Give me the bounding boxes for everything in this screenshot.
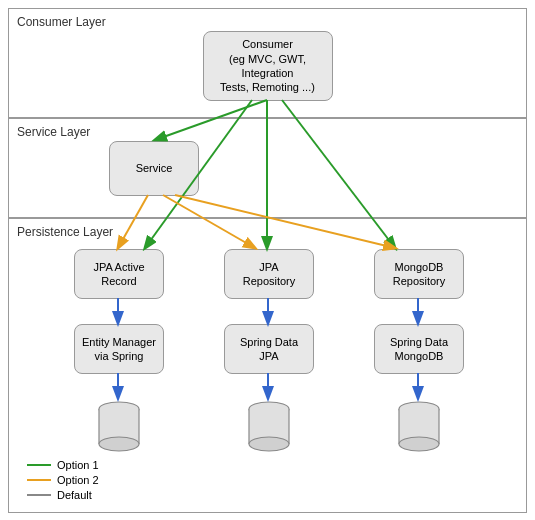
- db-cylinder-2: [244, 399, 294, 454]
- service-layer: Service Layer Service: [8, 118, 527, 218]
- db-cylinder-1: [94, 399, 144, 454]
- diagram: Consumer Layer Consumer(eg MVC, GWT, Int…: [0, 0, 535, 520]
- persistence-layer-label: Persistence Layer: [17, 225, 113, 239]
- legend-gray-line: [27, 494, 51, 496]
- mongo-repo-label: MongoDBRepository: [393, 260, 446, 289]
- legend-default: Default: [27, 489, 99, 501]
- spring-mongo-label: Spring DataMongoDB: [390, 335, 448, 364]
- legend: Option 1 Option 2 Default: [27, 459, 99, 504]
- spring-jpa-label: Spring DataJPA: [240, 335, 298, 364]
- service-label: Service: [136, 161, 173, 175]
- svg-point-14: [399, 437, 439, 451]
- jpa-ar-label: JPA ActiveRecord: [93, 260, 144, 289]
- legend-green-line: [27, 464, 51, 466]
- svg-point-4: [99, 437, 139, 451]
- consumer-layer-label: Consumer Layer: [17, 15, 106, 29]
- consumer-box: Consumer(eg MVC, GWT, IntegrationTests, …: [203, 31, 333, 101]
- service-box: Service: [109, 141, 199, 196]
- jpa-ar-box: JPA ActiveRecord: [74, 249, 164, 299]
- jpa-repo-label: JPARepository: [243, 260, 296, 289]
- legend-orange-line: [27, 479, 51, 481]
- persistence-layer: Persistence Layer JPA ActiveRecord JPARe…: [8, 218, 527, 513]
- db-cylinder-3: [394, 399, 444, 454]
- legend-option2: Option 2: [27, 474, 99, 486]
- jpa-repo-box: JPARepository: [224, 249, 314, 299]
- legend-option1-label: Option 1: [57, 459, 99, 471]
- service-layer-label: Service Layer: [17, 125, 90, 139]
- consumer-label: Consumer(eg MVC, GWT, IntegrationTests, …: [208, 37, 328, 94]
- entity-mgr-box: Entity Managervia Spring: [74, 324, 164, 374]
- legend-default-label: Default: [57, 489, 92, 501]
- mongo-repo-box: MongoDBRepository: [374, 249, 464, 299]
- spring-mongo-box: Spring DataMongoDB: [374, 324, 464, 374]
- legend-option2-label: Option 2: [57, 474, 99, 486]
- legend-option1: Option 1: [27, 459, 99, 471]
- spring-jpa-box: Spring DataJPA: [224, 324, 314, 374]
- svg-point-9: [249, 437, 289, 451]
- entity-mgr-label: Entity Managervia Spring: [82, 335, 156, 364]
- consumer-layer: Consumer Layer Consumer(eg MVC, GWT, Int…: [8, 8, 527, 118]
